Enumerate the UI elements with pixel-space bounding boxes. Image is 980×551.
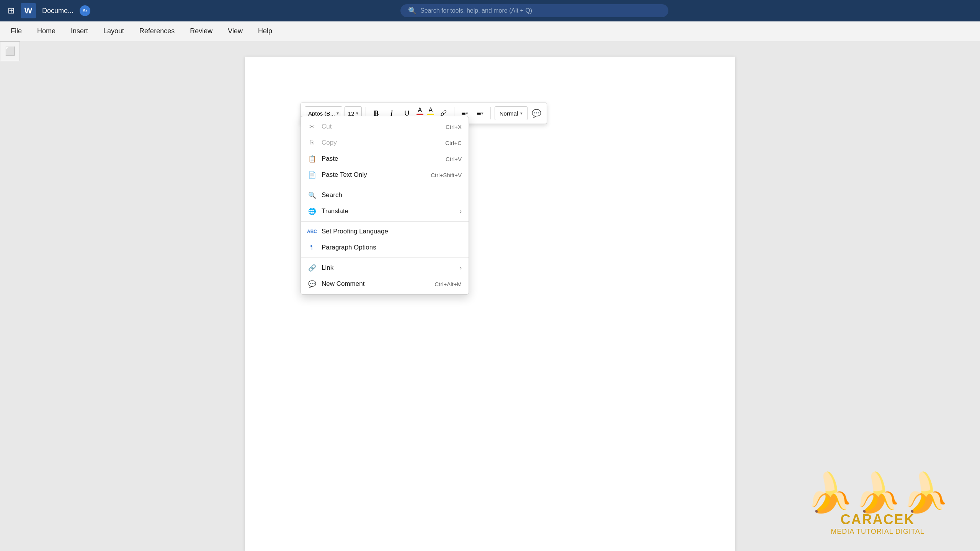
search-input-wrapper[interactable]: 🔍: [400, 4, 668, 17]
cut-shortcut: Ctrl+X: [446, 124, 462, 130]
search-ctx-icon: 🔍: [308, 191, 316, 199]
apps-grid-icon[interactable]: ⊞: [8, 6, 15, 16]
title-bar: ⊞ W Docume... ↻ 🔍: [0, 0, 980, 21]
context-menu-comment[interactable]: 💬 New Comment Ctrl+Alt+M: [301, 276, 469, 292]
proofing-label: Set Proofing Language: [322, 228, 388, 235]
document-title: Docume...: [42, 7, 74, 15]
search-bar: 🔍: [96, 4, 972, 17]
new-comment-label: New Comment: [322, 280, 364, 288]
link-icon: 🔗: [308, 264, 316, 272]
ctx-paragraph-left: ¶ Paragraph Options: [308, 243, 376, 252]
new-comment-shortcut: Ctrl+Alt+M: [434, 281, 462, 287]
highlight-icon: A: [428, 107, 433, 114]
ctx-copy-left: ⎘ Copy: [308, 139, 337, 147]
word-logo: W: [21, 3, 36, 18]
comment-icon: 💬: [532, 109, 541, 118]
separator-1: [301, 185, 469, 185]
context-menu-paste[interactable]: 📋 Paste Ctrl+V: [301, 151, 469, 167]
context-menu-translate[interactable]: 🌐 Translate ›: [301, 203, 469, 219]
search-icon: 🔍: [408, 7, 416, 15]
bullet-list-chevron[interactable]: ▾: [466, 111, 468, 116]
paste-text-icon: 📄: [308, 171, 316, 179]
paste-text-shortcut: Ctrl+Shift+V: [431, 172, 462, 178]
align-icon: ≡: [477, 109, 481, 118]
menu-references[interactable]: References: [132, 25, 181, 37]
link-label: Link: [322, 264, 333, 272]
ctx-paste-left: 📋 Paste: [308, 155, 338, 163]
cut-icon: ✂: [308, 122, 316, 131]
search-label: Search: [322, 191, 342, 199]
menu-help[interactable]: Help: [251, 25, 279, 37]
ctx-proofing-left: ABC Set Proofing Language: [308, 227, 388, 236]
comment-button[interactable]: 💬: [530, 107, 543, 120]
ctx-search-left: 🔍 Search: [308, 191, 342, 199]
sidebar-toggle[interactable]: ⬜: [0, 41, 20, 61]
normal-style-button[interactable]: Normal ▾: [495, 106, 528, 120]
paragraph-label: Paragraph Options: [322, 244, 376, 251]
copy-shortcut: Ctrl+C: [445, 140, 462, 146]
menu-layout[interactable]: Layout: [96, 25, 131, 37]
normal-style-label: Normal: [500, 110, 518, 117]
paste-text-label: Paste Text Only: [322, 171, 367, 179]
ctx-link-left: 🔗 Link: [308, 264, 333, 272]
ctx-cut-left: ✂ Cut: [308, 122, 332, 131]
sidebar-toggle-icon: ⬜: [5, 46, 15, 56]
paste-icon: 📋: [308, 155, 316, 163]
copy-icon: ⎘: [308, 139, 316, 147]
separator-3: [301, 258, 469, 258]
divider-3: [490, 107, 491, 119]
font-size-label: 12: [348, 110, 354, 117]
translate-icon: 🌐: [308, 207, 316, 215]
autosave-icon: ↻: [80, 5, 90, 16]
context-menu-proofing[interactable]: ABC Set Proofing Language: [301, 223, 469, 240]
ctx-translate-left: 🌐 Translate: [308, 207, 348, 215]
menu-home[interactable]: Home: [30, 25, 62, 37]
ctx-comment-left: 💬 New Comment: [308, 280, 364, 288]
paragraph-icon: ¶: [308, 243, 316, 252]
context-menu-paste-text[interactable]: 📄 Paste Text Only Ctrl+Shift+V: [301, 167, 469, 183]
context-menu-paragraph[interactable]: ¶ Paragraph Options: [301, 240, 469, 256]
search-input[interactable]: [420, 7, 661, 14]
ctx-paste-text-left: 📄 Paste Text Only: [308, 171, 367, 179]
font-family-chevron: ▾: [336, 111, 339, 116]
context-menu-search[interactable]: 🔍 Search: [301, 187, 469, 203]
proofing-icon: ABC: [308, 227, 316, 236]
copy-label: Copy: [322, 139, 337, 147]
caracek-branding: 🍌🍌🍌 CARACEK MEDIA TUTORIAL DIGITAL: [806, 473, 949, 536]
link-arrow: ›: [460, 265, 462, 271]
context-menu-cut: ✂ Cut Ctrl+X: [301, 119, 469, 135]
document-page: Aptos (B... ▾ 12 ▾ B I U A ▾ A ▾ 🖊: [245, 57, 735, 551]
context-menu-link[interactable]: 🔗 Link ›: [301, 260, 469, 276]
context-menu: ✂ Cut Ctrl+X ⎘ Copy Ctrl+C 📋 Paste C: [301, 116, 469, 295]
align-chevron[interactable]: ▾: [481, 111, 483, 116]
new-comment-icon: 💬: [308, 280, 316, 288]
menu-insert[interactable]: Insert: [64, 25, 95, 37]
cut-label: Cut: [322, 123, 332, 130]
translate-arrow: ›: [460, 208, 462, 214]
brand-subtitle: MEDIA TUTORIAL DIGITAL: [831, 528, 924, 536]
separator-2: [301, 221, 469, 222]
normal-style-chevron: ▾: [520, 111, 523, 116]
translate-label: Translate: [322, 207, 348, 215]
context-menu-copy: ⎘ Copy Ctrl+C: [301, 135, 469, 151]
font-size-chevron: ▾: [356, 111, 358, 116]
menu-file[interactable]: File: [4, 25, 29, 37]
menu-bar: File Home Insert Layout References Revie…: [0, 21, 980, 41]
banana-icon: 🍌🍌🍌: [806, 473, 949, 512]
font-color-icon: A: [418, 107, 422, 114]
brand-name: CARACEK: [841, 512, 915, 528]
menu-review[interactable]: Review: [183, 25, 219, 37]
paste-shortcut: Ctrl+V: [446, 156, 462, 162]
paste-label: Paste: [322, 155, 338, 163]
menu-view[interactable]: View: [221, 25, 250, 37]
font-family-label: Aptos (B...: [308, 110, 335, 117]
align-button[interactable]: ≡ ▾: [474, 107, 487, 120]
